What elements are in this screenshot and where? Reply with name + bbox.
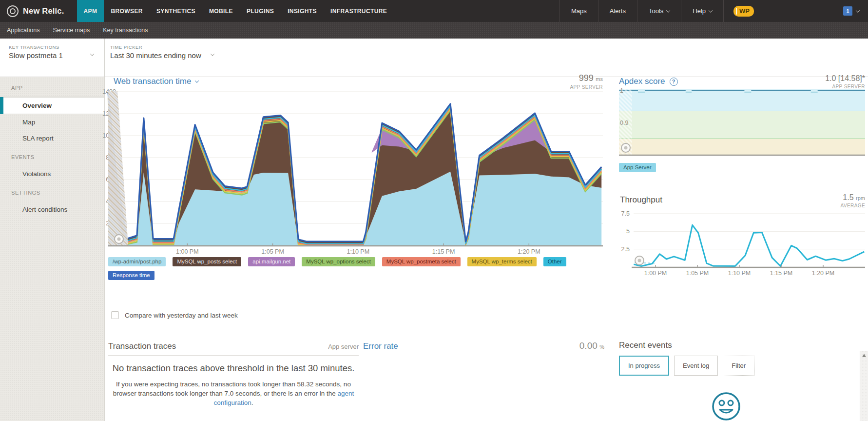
recent-events-tabs: In progressEvent logFilter (619, 356, 843, 376)
help-question-icon[interactable]: ? (670, 78, 678, 86)
events-tab-event-log[interactable]: Event log (674, 356, 718, 376)
recent-events-title: Recent events (619, 341, 843, 350)
error-rate-unit: % (599, 344, 604, 350)
compare-row: Compare with yesterday and last week (111, 311, 238, 319)
legend-badge-other[interactable]: Other (543, 257, 566, 266)
scroll-up-arrow[interactable] (862, 354, 866, 357)
sidebar-item-sla-report[interactable]: SLA report (0, 130, 104, 146)
throughput-title-text: Throughput (620, 195, 662, 205)
error-rate-metric: 0.00 % (487, 341, 604, 351)
svg-text:1: 1 (620, 87, 623, 94)
vertical-scrollbar[interactable] (860, 351, 868, 421)
svg-text:1:05 PM: 1:05 PM (686, 270, 709, 277)
chevron-down-icon[interactable] (211, 52, 214, 56)
main-chart-title[interactable]: Web transaction time (114, 77, 198, 86)
subnav-item-service-maps[interactable]: Service maps (53, 27, 90, 34)
legend-badge-response-time[interactable]: Response time (108, 271, 154, 280)
legend-badge-api-mailgun-net[interactable]: api.mailgun.net (248, 257, 295, 266)
no-traces-body-period: . (251, 399, 253, 406)
legend-badge-mysql-wp-options-select[interactable]: MySQL wp_options select (302, 257, 375, 266)
sidebar-section-events: EVENTS (0, 146, 104, 166)
transaction-traces-header: Transaction traces App server (108, 341, 359, 356)
app-server-label: App server (328, 343, 359, 350)
throughput-unit: rpm (856, 195, 865, 201)
apdex-chart[interactable]: 10.9 (604, 85, 868, 161)
chevron-down-icon[interactable] (195, 79, 199, 82)
legend-badge-mysql-wp-posts-select[interactable]: MySQL wp_posts select (173, 257, 241, 266)
newrelic-rings-icon (7, 5, 19, 17)
subnav-item-applications[interactable]: Applications (7, 27, 39, 34)
legend-badge-mysql-wp-postmeta-select[interactable]: MySQL wp_postmeta select (382, 257, 461, 266)
chevron-down-icon[interactable] (90, 52, 94, 56)
sidebar-item-violations[interactable]: Violations (0, 166, 104, 182)
legend-row-1: /wp-admin/post.phpMySQL wp_posts selecta… (108, 257, 603, 266)
svg-text:1:20 PM: 1:20 PM (518, 248, 540, 255)
sidebar-item-alert-conditions[interactable]: Alert conditions (0, 201, 104, 218)
time-picker-value: Last 30 minutes ending now (110, 51, 201, 60)
recent-events-section: Recent events In progressEvent logFilter (619, 341, 843, 421)
product-nav: APMBROWSERSYNTHETICSMOBILEPLUGINSINSIGHT… (77, 0, 394, 22)
response-time-unit: ms (596, 76, 603, 82)
notification-area[interactable]: 1 (832, 0, 868, 22)
svg-text:2.5: 2.5 (621, 246, 630, 253)
smiley-wrap (619, 391, 833, 421)
apdex-title-text: Apdex score (619, 77, 665, 86)
nav-item-insights[interactable]: INSIGHTS (281, 0, 324, 22)
account-switcher[interactable]: WP (723, 0, 764, 22)
top-nav-right: MapsAlertsToolsHelp WP 1 (559, 0, 868, 22)
time-picker-label: TIME PICKER (110, 44, 142, 50)
nav-item-infrastructure[interactable]: INFRASTRUCTURE (324, 0, 394, 22)
svg-text:1:10 PM: 1:10 PM (728, 270, 751, 277)
throughput-title: Throughput (620, 195, 662, 205)
nav-item-browser[interactable]: BROWSER (104, 0, 149, 22)
sidebar-item-map[interactable]: Map (0, 114, 104, 130)
nav-link-alerts[interactable]: Alerts (598, 0, 637, 22)
key-transaction-picker[interactable]: KEY TRANSACTIONS Slow postmeta 1 (0, 39, 105, 77)
throughput-chart[interactable]: 2.557.51:00 PM1:05 PM1:10 PM1:15 PM1:20 … (604, 207, 868, 278)
web-transaction-time-chart[interactable]: 2004006008001000120014001:00 PM1:05 PM1:… (93, 87, 609, 256)
no-traces-body-text: If you were expecting traces, no transac… (113, 381, 351, 397)
throughput-value: 1.5 (843, 193, 853, 201)
newrelic-logo[interactable]: New Relic. (0, 0, 77, 22)
brand-name: New Relic. (23, 6, 64, 16)
events-tab-in-progress[interactable]: In progress (619, 356, 669, 376)
nav-item-plugins[interactable]: PLUGINS (240, 0, 281, 22)
chart-legend: /wp-admin/post.phpMySQL wp_posts selecta… (108, 257, 603, 280)
smiley-face-icon (711, 391, 741, 421)
apdex-title[interactable]: Apdex score ? (619, 77, 678, 86)
events-tab-filter[interactable]: Filter (723, 356, 754, 376)
compare-checkbox[interactable] (111, 311, 119, 319)
compare-label: Compare with yesterday and last week (125, 312, 238, 319)
chevron-down-icon (709, 8, 713, 12)
nav-link-help[interactable]: Help (681, 0, 723, 22)
svg-text:7.5: 7.5 (621, 210, 630, 217)
svg-text:1:15 PM: 1:15 PM (770, 270, 793, 277)
apdex-legend: App Server (619, 162, 656, 171)
no-traces-headline: No transaction traces above threshold in… (108, 361, 359, 376)
legend-badge-mysql-wp-terms-select[interactable]: MySQL wp_terms select (467, 257, 537, 266)
svg-text:1:00 PM: 1:00 PM (644, 270, 667, 277)
sidebar-item-overview[interactable]: Overview (0, 97, 104, 114)
error-rate-value: 0.00 (579, 341, 598, 351)
time-picker[interactable]: TIME PICKER Last 30 minutes ending now (105, 39, 319, 77)
nav-item-synthetics[interactable]: SYNTHETICS (150, 0, 202, 22)
sidebar-section-settings: SETTINGS (0, 182, 104, 201)
sidebar-section-app: APP (0, 77, 104, 97)
notification-count-badge[interactable]: 1 (843, 6, 852, 16)
nav-link-tools[interactable]: Tools (637, 0, 681, 22)
nav-link-maps[interactable]: Maps (559, 0, 598, 22)
nav-item-apm[interactable]: APM (77, 0, 104, 22)
error-rate-title[interactable]: Error rate (363, 341, 398, 351)
chevron-down-icon[interactable] (856, 8, 860, 12)
svg-text:1:05 PM: 1:05 PM (261, 248, 284, 255)
legend-row-2: Response time (108, 271, 603, 280)
svg-text:1:15 PM: 1:15 PM (432, 248, 455, 255)
app-server-badge[interactable]: App Server (619, 163, 656, 172)
nav-item-mobile[interactable]: MOBILE (202, 0, 240, 22)
top-nav: New Relic. APMBROWSERSYNTHETICSMOBILEPLU… (0, 0, 868, 22)
main-chart-title-text: Web transaction time (114, 77, 191, 86)
subnav-item-key-transactions[interactable]: Key transactions (103, 27, 148, 34)
transaction-traces-title: Transaction traces (108, 341, 176, 351)
legend-badge--wp-admin-post-php[interactable]: /wp-admin/post.php (108, 257, 166, 266)
wp-account-badge[interactable]: WP (733, 6, 754, 17)
